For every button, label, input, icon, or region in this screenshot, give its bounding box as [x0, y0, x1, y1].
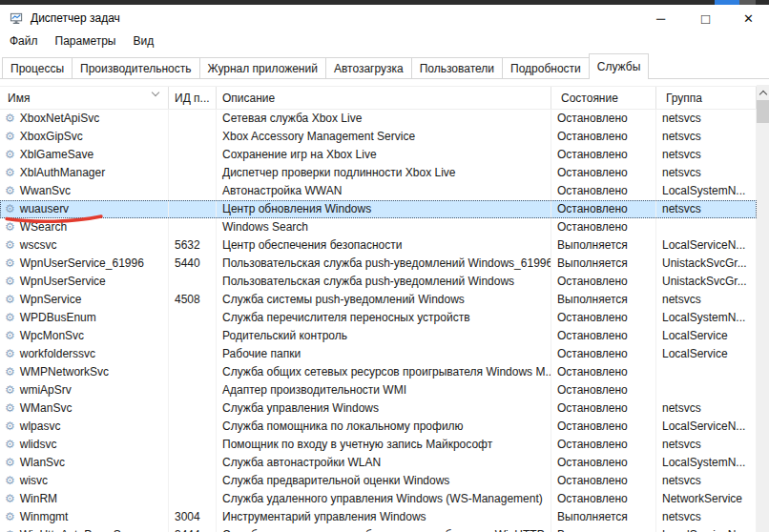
cell-status: Остановлено	[551, 454, 656, 472]
cell-group: netsvcs	[656, 164, 757, 182]
scrollbar-thumb[interactable]	[757, 100, 769, 123]
column-header-group[interactable]: Группа	[656, 87, 757, 109]
table-row-WMPNetworkSvc[interactable]: ⚙WMPNetworkSvcСлужба общих сетевых ресур…	[0, 363, 757, 381]
column-header-status[interactable]: Состояние	[551, 87, 656, 109]
cell-name: ⚙WSearch	[0, 218, 169, 236]
table-row-WSearch[interactable]: ⚙WSearchWindows SearchОстановлено	[0, 218, 757, 236]
tab-processes[interactable]: Процессы	[2, 57, 73, 79]
cell-pid	[169, 128, 217, 146]
menu-bar: ФайлПараметрыВид	[0, 31, 769, 51]
cell-name: ⚙WManSvc	[0, 399, 169, 418]
cell-description: Центр обновления Windows	[217, 200, 551, 218]
table-row-wisvc[interactable]: ⚙wisvcСлужба предварительной оценки Wind…	[0, 472, 757, 490]
service-gear-icon: ⚙	[5, 164, 15, 182]
cell-description: Служба удаленного управления Windows (WS…	[217, 490, 551, 508]
tab-app-history[interactable]: Журнал приложений	[199, 57, 326, 79]
tab-startup[interactable]: Автозагрузка	[325, 57, 412, 79]
service-gear-icon: ⚙	[5, 436, 15, 454]
table-row-wlpasvc[interactable]: ⚙wlpasvcСлужба помощника по локальному п…	[0, 418, 757, 436]
cell-pid	[169, 454, 217, 472]
service-gear-icon: ⚙	[5, 327, 15, 345]
cell-description: Служба системы push-уведомлений Windows	[217, 291, 551, 309]
table-row-workfolderssvc[interactable]: ⚙workfolderssvcРабочие папкиОстановленоL…	[0, 345, 757, 363]
table-row-WpnUserService_61996[interactable]: ⚙WpnUserService_619965440Пользовательска…	[0, 255, 757, 273]
service-name: WinHttpAutoProxySvc	[20, 526, 133, 532]
cell-group: LocalServiceN...	[656, 236, 757, 255]
cell-status: Выполняется	[551, 255, 656, 273]
service-name: WwanSvc	[20, 182, 71, 200]
table-row-wlidsvc[interactable]: ⚙wlidsvcПомощник по входу в учетную запи…	[0, 436, 757, 454]
table-row-wuauserv[interactable]: ⚙wuauservЦентр обновления WindowsОстанов…	[0, 200, 757, 218]
table-row-WinHttpAutoProxySvc[interactable]: ⚙WinHttpAutoProxySvc3444Служба автоматич…	[0, 526, 757, 532]
table-header: ИмяИД п...ОписаниеСостояниеГруппа	[0, 86, 757, 110]
cell-name: ⚙WpcMonSvc	[0, 327, 169, 345]
cell-pid	[169, 182, 217, 200]
cell-name: ⚙WlanSvc	[0, 454, 169, 472]
cell-pid	[169, 418, 217, 436]
close-button[interactable]: ✕	[728, 5, 769, 31]
cell-status: Остановлено	[551, 436, 656, 454]
cell-description: Служба автоматического обнаружения веб-п…	[217, 526, 551, 532]
cell-pid	[169, 472, 217, 490]
service-gear-icon: ⚙	[5, 218, 15, 236]
table-row-WpcMonSvc[interactable]: ⚙WpcMonSvcРодительский контрольОстановле…	[0, 327, 757, 345]
cell-pid: 4508	[169, 291, 217, 309]
cell-description: Служба предварительной оценки Windows	[217, 472, 551, 490]
maximize-button[interactable]: □	[683, 5, 728, 31]
tab-services[interactable]: Службы	[589, 53, 649, 79]
cell-pid	[169, 218, 217, 236]
table-row-XblAuthManager[interactable]: ⚙XblAuthManagerДиспетчер проверки подлин…	[0, 164, 757, 182]
table-row-XboxGipSvc[interactable]: ⚙XboxGipSvcXbox Accessory Management Ser…	[0, 128, 757, 146]
cell-status: Остановлено	[551, 128, 656, 146]
service-gear-icon: ⚙	[5, 291, 15, 309]
service-gear-icon: ⚙	[5, 381, 15, 399]
cell-description: Сохранение игр на Xbox Live	[217, 146, 551, 164]
column-header-label: Описание	[222, 92, 275, 105]
cell-description: Сетевая служба Xbox Live	[217, 110, 551, 128]
cell-name: ⚙XblAuthManager	[0, 164, 169, 182]
service-gear-icon: ⚙	[5, 345, 15, 363]
table-row-WwanSvc[interactable]: ⚙WwanSvcАвтонастройка WWANОстановленоLoc…	[0, 182, 757, 200]
cell-description: Адаптер производительности WMI	[217, 381, 551, 399]
column-header-pid[interactable]: ИД п...	[169, 87, 217, 109]
cell-description: Помощник по входу в учетную запись Майкр…	[217, 436, 551, 454]
menu-item-file[interactable]: Файл	[1, 31, 47, 51]
table-row-wscsvc[interactable]: ⚙wscsvc5632Центр обеспечения безопасност…	[0, 236, 757, 255]
tab-users[interactable]: Пользователи	[411, 57, 503, 79]
cell-name: ⚙Winmgmt	[0, 508, 169, 526]
table-row-XboxNetApiSvc[interactable]: ⚙XboxNetApiSvcСетевая служба Xbox LiveОс…	[0, 110, 757, 128]
scrollbar-up-button[interactable]	[757, 85, 769, 100]
cell-pid	[169, 381, 217, 399]
column-header-description[interactable]: Описание	[217, 87, 551, 109]
vertical-scrollbar[interactable]	[757, 85, 769, 532]
cell-name: ⚙WpnService	[0, 291, 169, 309]
menu-item-view[interactable]: Вид	[124, 31, 162, 51]
cell-name: ⚙wmiApSrv	[0, 381, 169, 399]
table-row-WManSvc[interactable]: ⚙WManSvcСлужба управления WindowsОстанов…	[0, 399, 757, 418]
tab-performance[interactable]: Производительность	[72, 57, 199, 79]
table-row-XblGameSave[interactable]: ⚙XblGameSaveСохранение игр на Xbox LiveО…	[0, 146, 757, 164]
cell-name: ⚙WwanSvc	[0, 182, 169, 200]
table-row-WlanSvc[interactable]: ⚙WlanSvcСлужба автонастройки WLANОстанов…	[0, 454, 757, 472]
table-row-WpnUserService[interactable]: ⚙WpnUserServiceПользовательская служба p…	[0, 273, 757, 291]
menu-item-options[interactable]: Параметры	[47, 31, 125, 51]
table-row-wmiApSrv[interactable]: ⚙wmiApSrvАдаптер производительности WMIО…	[0, 381, 757, 399]
service-gear-icon: ⚙	[5, 273, 15, 291]
service-name: WMPNetworkSvc	[20, 363, 109, 381]
table-row-WPDBusEnum[interactable]: ⚙WPDBusEnumСлужба перечислителя переносн…	[0, 309, 757, 327]
table-row-Winmgmt[interactable]: ⚙Winmgmt3004Инструментарий управления Wi…	[0, 508, 757, 526]
tab-details[interactable]: Подробности	[502, 57, 590, 79]
cell-group: netsvcs	[656, 399, 757, 418]
cell-status: Остановлено	[551, 164, 656, 182]
cell-name: ⚙wlpasvc	[0, 418, 169, 436]
sort-desc-icon	[152, 89, 159, 96]
minimize-button[interactable]: ─	[638, 5, 683, 31]
cell-pid	[169, 327, 217, 345]
table-row-WinRM[interactable]: ⚙WinRMСлужба удаленного управления Windo…	[0, 490, 757, 508]
cell-name: ⚙wisvc	[0, 472, 169, 490]
column-header-label: ИД п...	[175, 92, 210, 105]
column-header-name[interactable]: Имя	[0, 87, 169, 109]
table-row-WpnService[interactable]: ⚙WpnService4508Служба системы push-уведо…	[0, 291, 757, 309]
cell-status: Выполняется	[551, 236, 656, 255]
cell-pid	[169, 399, 217, 418]
